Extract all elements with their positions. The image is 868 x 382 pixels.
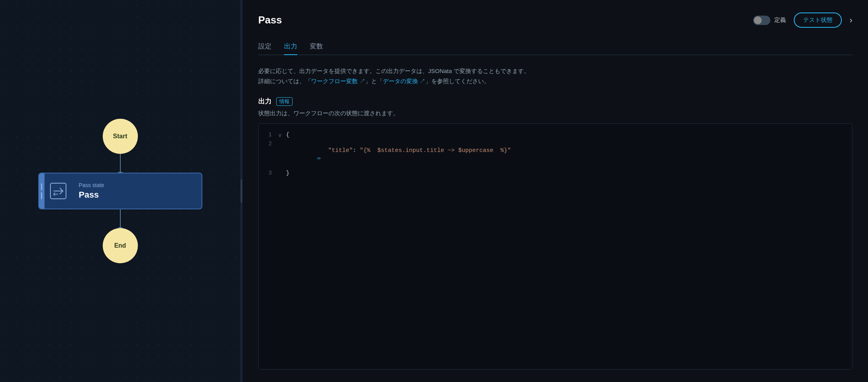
connector-start-pass (120, 154, 121, 173)
line-content-2: "title": "{% $states.input.title ~> $upp… (286, 141, 852, 168)
info-badge[interactable]: 情報 (276, 97, 293, 106)
expand-icon[interactable]: › (850, 15, 852, 25)
output-desc: 状態出力は、ワークフローの次の状態に渡されます。 (258, 110, 852, 117)
start-node[interactable]: Start (103, 119, 138, 154)
line-number-3: 3 (259, 170, 278, 177)
pass-state-node[interactable]: Pass state Pass (38, 173, 202, 209)
description-text: 必要に応じて、出力データを提供できます。この出力データは、JSONata で変換… (258, 66, 852, 86)
connector-pass-end (120, 209, 121, 228)
toggle-label: 定義 (774, 16, 786, 24)
code-line-1: 1 ∨ { (259, 131, 852, 140)
line-number-2: 2 (259, 141, 278, 147)
bar-line-1 (41, 183, 42, 190)
pass-state-sublabel: Pass state (79, 182, 195, 188)
code-key: "title" (314, 147, 353, 154)
panel-title: Pass (258, 14, 282, 26)
output-title: 出力 (258, 97, 271, 106)
tab-output[interactable]: 出力 (284, 42, 297, 55)
start-label: Start (113, 133, 127, 140)
edit-icon[interactable]: ✏ (317, 155, 321, 162)
end-label: End (114, 242, 126, 249)
code-line-3: 3 } (259, 169, 852, 177)
data-transform-link[interactable]: データの変換 ↗ (383, 78, 425, 84)
tab-settings[interactable]: 設定 (258, 42, 271, 55)
end-node[interactable]: End (103, 228, 138, 263)
pass-node-text: Pass state Pass (72, 177, 202, 205)
code-string: "{% $states.input.title ~> $uppercase %}… (360, 147, 511, 154)
pass-node-main-label: Pass (79, 190, 195, 200)
toggle-group: 定義 (753, 16, 786, 25)
divider-handle (241, 179, 242, 203)
node-left-bar (39, 173, 45, 209)
bar-lines (41, 183, 42, 199)
test-state-button[interactable]: テスト状態 (794, 12, 842, 28)
code-editor[interactable]: 1 ∨ { 2 "title": "{% $states.input.title… (258, 123, 852, 370)
workflow-vars-link[interactable]: ワークフロー変数 ↗ (311, 78, 365, 84)
line-arrow-2 (278, 141, 286, 147)
pass-state-icon (50, 182, 67, 200)
desc-line2: 詳細については、「ワークフロー変数 ↗」と「データの変換 ↗」を参照してください… (258, 76, 852, 86)
tab-variables[interactable]: 変数 (310, 42, 323, 55)
code-line-2: 2 "title": "{% $states.input.title ~> $u… (259, 140, 852, 169)
line-content-3: } (286, 170, 852, 177)
desc-line1: 必要に応じて、出力データを提供できます。この出力データは、JSONata で変換… (258, 66, 852, 76)
definition-toggle[interactable] (753, 16, 770, 25)
right-panel: Pass 定義 テスト状態 › 設定 出力 変数 必要に応じて、出力データを提供… (243, 0, 868, 382)
line-content-1: { (286, 132, 852, 138)
workflow-canvas: Start Pass state (0, 0, 240, 382)
bar-line-2 (41, 192, 42, 199)
header-controls: 定義 テスト状態 › (753, 12, 852, 28)
workflow-flow: Start Pass state (0, 0, 240, 382)
line-arrow-1[interactable]: ∨ (278, 132, 286, 139)
line-number-1: 1 (259, 132, 278, 138)
output-section-header: 出力 情報 (258, 97, 852, 106)
pass-icon-area (45, 173, 72, 209)
panel-header: Pass 定義 テスト状態 › (258, 12, 852, 28)
line-arrow-3 (278, 170, 286, 177)
tabs: 設定 出力 変数 (258, 42, 852, 55)
